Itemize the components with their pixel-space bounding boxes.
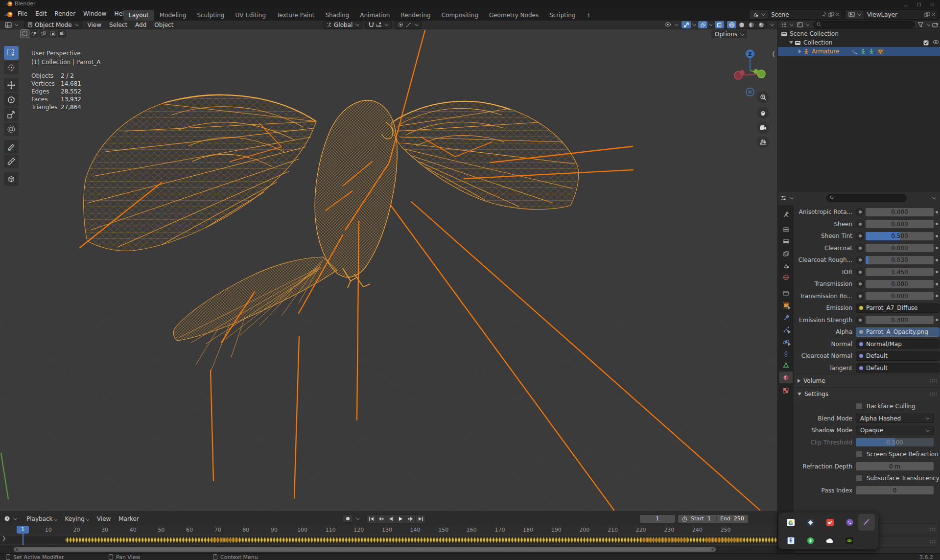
timeline-ruler[interactable]: 1020304050607080901001101201301401501601… (0, 525, 777, 535)
value-slider-transmission-ro[interactable]: 0.000 (866, 292, 934, 300)
measure-tool-button[interactable] (4, 155, 19, 168)
workspace-tab-sculpting[interactable]: Sculpting (191, 10, 230, 21)
tray-download-manager-icon[interactable] (802, 532, 819, 549)
properties-tab-constraints[interactable] (779, 348, 793, 360)
outliner-row-scene-collection[interactable]: Scene Collection (778, 29, 940, 38)
decouple-button[interactable] (856, 220, 864, 228)
workspace-tab-modeling[interactable]: Modeling (154, 10, 192, 21)
decouple-button[interactable] (856, 280, 864, 288)
properties-tab-tool[interactable] (779, 209, 793, 220)
new-collection-icon[interactable] (932, 22, 939, 27)
filter-icon[interactable] (917, 22, 924, 27)
properties-tab-view-layer[interactable] (779, 248, 793, 259)
blender-menu-icon[interactable] (4, 11, 13, 18)
workspace-tab-rendering[interactable]: Rendering (395, 10, 436, 21)
value-slider-ior[interactable]: 1.450 (866, 268, 934, 276)
link-field-clearcoat-normal[interactable]: Default (856, 351, 940, 361)
link-field-emission[interactable]: Parrot_A7_Diffuse (856, 303, 940, 313)
transform-tool-button[interactable] (4, 122, 19, 136)
tray-google-drive-icon[interactable] (782, 514, 799, 531)
viewport-menu-object[interactable]: Object (150, 22, 177, 28)
tray-recorder-app-icon[interactable] (822, 514, 838, 531)
animate-dot[interactable] (934, 319, 940, 321)
properties-search-input[interactable] (826, 194, 907, 202)
next-keyframe-button[interactable] (406, 515, 416, 523)
viewport-menu-add[interactable]: Add (131, 22, 150, 28)
checkbox-screen-space-refraction[interactable] (856, 451, 863, 458)
tray-viber-icon[interactable] (841, 514, 858, 531)
shading-wireframe-button[interactable] (727, 21, 737, 28)
decouple-button[interactable] (856, 292, 864, 300)
properties-tab-material[interactable] (779, 372, 793, 383)
copy-viewlayer-icon[interactable] (924, 12, 930, 17)
workspace-tab-layout[interactable]: Layout (123, 10, 154, 21)
zoom-view-button[interactable] (757, 91, 769, 103)
viewport-menu-view[interactable]: View (84, 22, 105, 28)
filter-dropdown[interactable] (927, 22, 931, 26)
workspace-tab-scripting[interactable]: Scripting (544, 10, 581, 21)
visibility-dropdown[interactable] (663, 21, 679, 28)
decouple-button[interactable] (856, 244, 864, 252)
current-frame-field[interactable]: 1 (640, 515, 675, 523)
gizmo-y-neg[interactable] (753, 69, 758, 74)
xray-toggle[interactable] (715, 21, 724, 28)
timeline-scrollbar[interactable] (14, 547, 716, 552)
viewlayer-name[interactable]: ViewLayer (864, 10, 923, 19)
link-field-tangent[interactable]: Default (856, 363, 940, 373)
select-mode-new-button[interactable] (21, 30, 29, 38)
keying-set-dropdown[interactable] (356, 516, 360, 520)
animate-dot[interactable] (934, 271, 940, 273)
close-icon[interactable] (930, 1, 935, 6)
tray-sync-app-icon[interactable] (802, 514, 819, 531)
shading-material-preview-button[interactable] (747, 21, 756, 28)
exclude-checkbox[interactable] (923, 40, 929, 46)
value-slider-sheen[interactable]: 0.000 (866, 220, 934, 228)
proportional-edit-dropdown[interactable] (395, 21, 422, 29)
properties-tab-modifiers[interactable] (779, 312, 793, 324)
value-slider-clearcoat-rough[interactable]: 0.030 (866, 256, 934, 264)
properties-tab-output[interactable] (779, 235, 793, 247)
value-slider-pass-index[interactable]: 0 (856, 486, 934, 494)
rotate-tool-button[interactable] (4, 93, 19, 107)
expand-arrow-icon[interactable] (788, 306, 791, 310)
decouple-button[interactable] (856, 208, 864, 216)
tweak-select-tool-button[interactable] (4, 46, 19, 60)
snap-dropdown[interactable] (365, 21, 392, 29)
timeline-menu-view[interactable]: View (93, 515, 115, 522)
workspace-tab-texture-paint[interactable]: Texture Paint (271, 10, 320, 21)
decouple-button[interactable] (856, 232, 864, 240)
gizmo-y-axis[interactable] (757, 70, 765, 78)
animate-dot[interactable] (934, 223, 940, 225)
checkbox-backface-culling[interactable] (856, 403, 863, 410)
jump-to-end-button[interactable] (416, 515, 425, 523)
options-button[interactable]: Options (711, 30, 747, 38)
animate-dot[interactable] (934, 247, 940, 249)
mode-dropdown[interactable]: Object Mode (24, 21, 82, 29)
properties-tab-world[interactable] (779, 271, 793, 283)
properties-tab-collection[interactable] (779, 287, 793, 299)
select-mode-invert-button[interactable] (48, 30, 57, 38)
value-slider-refraction-depth[interactable]: 0 m (856, 462, 934, 470)
workspace-tab-plus[interactable]: + (581, 10, 597, 21)
scene-selector[interactable]: Scene (749, 9, 842, 20)
settings-section-header[interactable]: Settings (795, 387, 940, 400)
animate-dot[interactable] (934, 235, 940, 237)
play-button[interactable] (396, 515, 406, 523)
annotate-tool-button[interactable] (4, 140, 19, 154)
shading-dropdown[interactable] (770, 23, 774, 26)
value-slider-emission-strength[interactable]: 0.300 (866, 316, 934, 324)
tray-onedrive-icon[interactable] (822, 532, 838, 549)
scale-tool-button[interactable] (4, 108, 19, 121)
frame-range-group[interactable]: Start 1 End 250 (678, 515, 748, 523)
value-slider-anisotropic-rota[interactable]: 0.000 (866, 208, 934, 216)
menu-render[interactable]: Render (50, 8, 79, 20)
value-slider-clip-threshold[interactable]: 0.500 (856, 438, 934, 446)
keyframe-track[interactable] (0, 535, 777, 545)
animate-dot[interactable] (934, 283, 940, 285)
timeline-editor-type-button[interactable] (3, 515, 18, 522)
checkbox-subsurface-translucency[interactable] (856, 475, 863, 482)
select-mode-subtract-button[interactable] (39, 30, 47, 38)
overlays-toggle[interactable] (698, 21, 707, 28)
editor-type-button[interactable] (2, 21, 21, 28)
shading-rendered-button[interactable] (756, 21, 766, 28)
